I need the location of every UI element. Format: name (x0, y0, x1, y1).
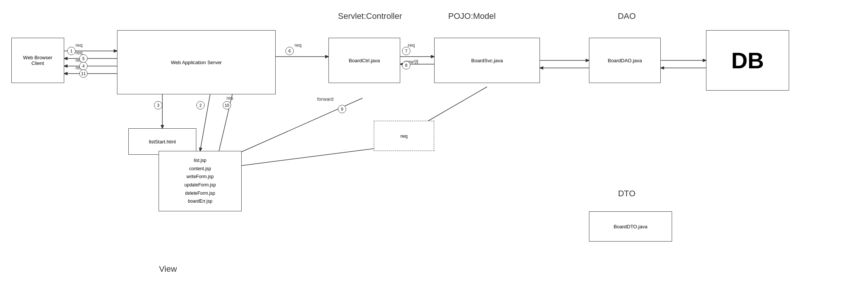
circle-4: 4 (79, 62, 88, 70)
circle-2: 2 (196, 101, 205, 109)
diagram-container: Servlet:Controller POJO:Model DAO DTO Vi… (0, 0, 868, 294)
circle-6: 6 (285, 47, 294, 55)
circle-1: 1 (67, 47, 76, 55)
web-app-server-box: Web Application Server (117, 30, 276, 94)
board-ctrl-box: BoardCtrl.java (328, 38, 400, 83)
web-browser-box: Web Browser Client (11, 38, 64, 83)
board-dao-box: BoardDAO.java (589, 38, 661, 83)
label-req-1: req (76, 42, 83, 48)
label-req-7: req (408, 42, 415, 48)
jsp-files-box: list.jsp content.jsp writeForm.jsp updat… (159, 151, 242, 211)
title-view: View (140, 264, 196, 274)
title-dao: DAO (589, 11, 664, 21)
title-pojo-model: POJO:Model (434, 11, 510, 21)
circle-7: 7 (402, 47, 410, 55)
board-dto-box: BoardDTO.java (589, 211, 672, 242)
label-req-6: req (294, 42, 302, 48)
svg-line-17 (238, 147, 385, 166)
circle-10: 10 (223, 101, 231, 109)
title-dto: DTO (589, 189, 664, 199)
db-box: DB (706, 30, 789, 91)
label-res-10: res (227, 95, 233, 101)
circle-5: 5 (79, 54, 88, 63)
svg-line-13 (200, 87, 211, 151)
board-svc-box: BoardSvc.java (434, 38, 540, 83)
circle-3: 3 (154, 101, 162, 109)
circle-11: 11 (79, 69, 88, 78)
circle-8: 8 (402, 61, 410, 69)
req-dashed-box: req (374, 121, 434, 151)
circle-9: 9 (338, 105, 346, 113)
label-forward: forward (317, 96, 333, 102)
title-servlet-controller: Servlet:Controller (328, 11, 412, 21)
